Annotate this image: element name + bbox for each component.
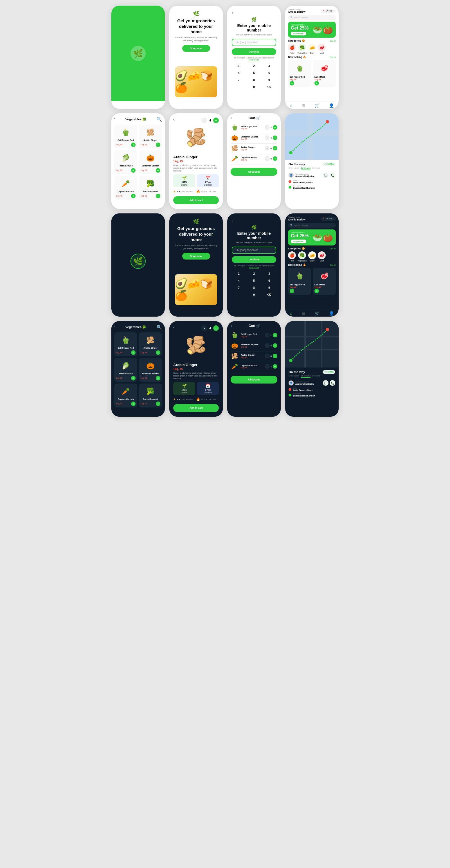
- cart-qty-minus-2[interactable]: -: [265, 354, 269, 358]
- search-icon[interactable]: 🔍: [156, 117, 162, 122]
- numpad-key-1[interactable]: 1: [232, 63, 246, 69]
- numpad-key-0[interactable]: 0: [247, 292, 261, 298]
- nav-grid-icon[interactable]: ⊞: [302, 311, 305, 315]
- cart-qty-plus-1[interactable]: +: [273, 343, 277, 348]
- terms-link[interactable]: terms of use: [249, 267, 259, 269]
- add-to-cart-icon-0[interactable]: +: [290, 289, 294, 293]
- checkout-button[interactable]: Checkout: [231, 376, 277, 383]
- category-item-1[interactable]: 🥦 Vegetables: [298, 251, 306, 262]
- numpad-backspace[interactable]: ⌫: [262, 84, 276, 90]
- veggie-card-4[interactable]: 🥕 Organic Carrots 1kg, 4$ +: [114, 176, 137, 199]
- veggie-card-0[interactable]: 🫑 Bell Pepper Red 1kg, 4$ +: [114, 125, 137, 149]
- veggie-add-btn-5[interactable]: +: [156, 402, 160, 406]
- cart-qty-plus-0[interactable]: +: [273, 333, 277, 337]
- category-item-2[interactable]: 🧀 Diary: [308, 251, 316, 262]
- veggie-card-0[interactable]: 🫑 Bell Pepper Red 1kg, 4$ +: [114, 332, 137, 356]
- add-to-cart-icon-1[interactable]: +: [314, 289, 319, 293]
- veggie-add-btn-0[interactable]: +: [131, 143, 136, 147]
- nav-grid-icon[interactable]: ⊞: [302, 103, 305, 108]
- location-button[interactable]: 📍 My Flat ˅: [321, 9, 336, 13]
- back-arrow[interactable]: ‹: [232, 218, 276, 222]
- category-item-2[interactable]: 🧀 Diary: [308, 43, 316, 54]
- cart-qty-plus-2[interactable]: +: [273, 354, 277, 358]
- numpad-key-0[interactable]: 0: [247, 84, 261, 90]
- categories-see-all[interactable]: See all: [330, 248, 336, 250]
- add-to-cart-icon-1[interactable]: +: [314, 81, 319, 86]
- qty-minus-button[interactable]: -: [201, 325, 207, 331]
- veggie-add-btn-4[interactable]: +: [131, 194, 136, 198]
- veggie-add-btn-3[interactable]: +: [156, 376, 160, 380]
- cart-qty-minus-2[interactable]: -: [265, 146, 269, 150]
- category-item-0[interactable]: 🍎 Fruits: [288, 43, 296, 54]
- nav-cart-nav-icon[interactable]: 🛒: [315, 311, 320, 315]
- veggie-card-1[interactable]: 🫚 Arabic Ginger 1kg, 4$ +: [139, 125, 162, 149]
- veggie-card-1[interactable]: 🫚 Arabic Ginger 1kg, 4$ +: [139, 332, 162, 356]
- add-to-cart-icon-0[interactable]: +: [290, 81, 294, 86]
- cart-qty-plus-3[interactable]: +: [273, 156, 277, 161]
- cart-qty-plus-2[interactable]: +: [273, 146, 277, 150]
- tracking-step-1[interactable]: On the way: [301, 375, 311, 378]
- continue-button[interactable]: Continue: [232, 256, 276, 263]
- numpad-key-2[interactable]: 2: [247, 271, 261, 277]
- numpad-key-9[interactable]: 9: [262, 285, 276, 291]
- promo-cta[interactable]: Grab Offer ›: [291, 240, 306, 243]
- veggie-card-3[interactable]: 🎃 Butternut Squash 1kg, 8$ +: [139, 150, 162, 174]
- veggie-add-btn-5[interactable]: +: [156, 194, 160, 198]
- numpad-key-5[interactable]: 5: [247, 278, 261, 284]
- shop-now-button[interactable]: Shop now: [182, 253, 210, 259]
- veggie-card-4[interactable]: 🥕 Organic Carrots 1kg, 4$ +: [114, 383, 137, 407]
- numpad-key-4[interactable]: 4: [232, 278, 246, 284]
- categories-see-all[interactable]: See all: [330, 40, 336, 42]
- tracking-step-0[interactable]: Order placed: [289, 375, 299, 378]
- veggie-add-btn-2[interactable]: +: [131, 376, 136, 380]
- numpad-key-8[interactable]: 8: [247, 77, 261, 83]
- nav-home-icon[interactable]: ⌂: [290, 311, 292, 315]
- search-icon[interactable]: 🔍: [156, 324, 162, 330]
- veggie-add-btn-4[interactable]: +: [131, 402, 136, 406]
- search-bar[interactable]: 🔍 Search category: [288, 223, 336, 228]
- tracking-step-2[interactable]: Delivered: [312, 375, 320, 378]
- chat-button[interactable]: 💬: [323, 380, 329, 386]
- continue-button[interactable]: Continue: [232, 49, 276, 55]
- numpad-key-3[interactable]: 3: [262, 63, 276, 69]
- numpad-key-8[interactable]: 8: [247, 285, 261, 291]
- numpad-key-1[interactable]: 1: [232, 271, 246, 277]
- back-arrow[interactable]: ‹: [114, 324, 115, 328]
- promo-cta[interactable]: Grab Offer ›: [291, 32, 306, 35]
- category-item-3[interactable]: 🥩 Meat: [318, 251, 326, 262]
- category-item-0[interactable]: 🍎 Fruits: [288, 251, 296, 262]
- best-selling-see-all[interactable]: See all: [330, 264, 336, 266]
- veggie-card-2[interactable]: 🥬 Fresh Lettuce 1kg, 2$ +: [114, 150, 137, 174]
- numpad-key-6[interactable]: 6: [262, 70, 276, 76]
- nav-profile-icon[interactable]: 👤: [329, 103, 334, 108]
- category-item-1[interactable]: 🥦 Vegetables: [298, 43, 306, 54]
- tracking-step-1[interactable]: On the way: [301, 167, 311, 170]
- cart-qty-minus-0[interactable]: -: [265, 125, 269, 130]
- cart-qty-minus-0[interactable]: -: [265, 333, 269, 337]
- cart-qty-plus-1[interactable]: +: [273, 135, 277, 140]
- chat-button[interactable]: 💬: [323, 173, 329, 178]
- nav-profile-icon[interactable]: 👤: [329, 311, 334, 315]
- numpad-key-2[interactable]: 2: [247, 63, 261, 69]
- veggie-card-2[interactable]: 🥬 Fresh Lettuce 1kg, 2$ +: [114, 358, 137, 382]
- back-arrow[interactable]: ‹: [114, 116, 115, 120]
- veggie-add-btn-1[interactable]: +: [156, 350, 160, 355]
- best-selling-see-all[interactable]: See all: [330, 56, 336, 58]
- veggie-add-btn-2[interactable]: +: [131, 168, 136, 173]
- numpad-key-3[interactable]: 3: [262, 271, 276, 277]
- location-button[interactable]: 📍 My Flat ˅: [321, 217, 336, 221]
- cart-qty-plus-0[interactable]: +: [273, 125, 277, 130]
- numpad-key-4[interactable]: 4: [232, 70, 246, 76]
- terms-link[interactable]: terms of use: [249, 59, 259, 61]
- qty-minus-button[interactable]: -: [201, 118, 207, 123]
- shop-now-button[interactable]: Shop now: [182, 45, 210, 52]
- back-arrow[interactable]: ‹: [232, 11, 276, 14]
- veggie-add-btn-0[interactable]: +: [131, 350, 136, 355]
- cart-qty-minus-1[interactable]: -: [265, 135, 269, 140]
- veggie-card-5[interactable]: 🥦 Fresh Broccoli 1kg, 2$ +: [139, 383, 162, 407]
- qty-plus-button[interactable]: +: [213, 325, 219, 331]
- cart-qty-minus-1[interactable]: -: [265, 343, 269, 348]
- back-arrow[interactable]: ‹: [173, 325, 174, 329]
- numpad-key-6[interactable]: 6: [262, 278, 276, 284]
- numpad-key-9[interactable]: 9: [262, 77, 276, 83]
